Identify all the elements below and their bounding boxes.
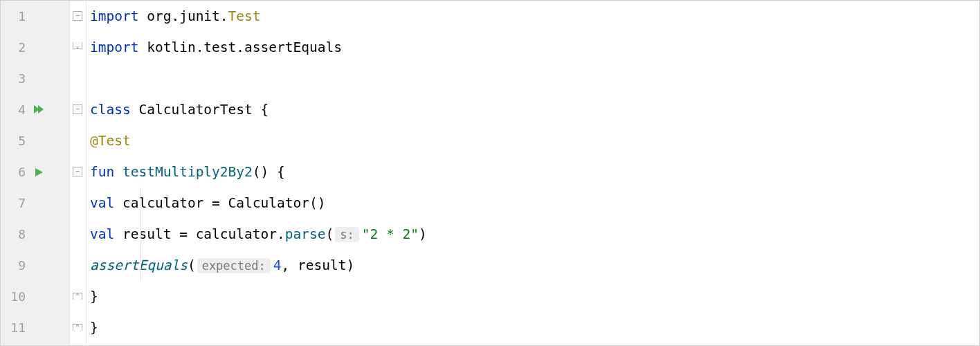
function-name: testMultiply2By2 <box>122 164 253 180</box>
code-line[interactable]: @Test <box>87 125 979 156</box>
gutter: 1 2 3 4 5 6 7 8 9 10 11 <box>1 1 70 345</box>
code-line[interactable]: } <box>87 281 979 312</box>
class-ref: Test <box>228 8 261 24</box>
fold-marker-expand-icon[interactable]: ⌃ <box>73 293 82 300</box>
string-literal: "2 * 2" <box>362 226 419 242</box>
parameter-hint: s: <box>335 227 359 242</box>
fold-marker-expand-icon[interactable]: ⌃ <box>73 324 82 331</box>
fold-marker-collapse-icon[interactable]: − <box>73 104 82 114</box>
code-line[interactable]: } <box>87 312 979 343</box>
code-line[interactable]: class CalculatorTest { <box>87 94 979 125</box>
run-test-icon[interactable] <box>33 167 46 178</box>
code-line[interactable]: val calculator = Calculator() <box>87 188 979 219</box>
brace: } <box>90 289 98 304</box>
fold-marker-collapse-icon[interactable]: − <box>73 11 82 21</box>
gutter-row: 11 <box>1 312 69 343</box>
code-editor[interactable]: − ⌄ − − ⌃ ⌃ import org.junit.Test import… <box>70 1 979 345</box>
line-number: 1 <box>1 9 33 24</box>
gutter-row: 4 <box>1 94 69 125</box>
gutter-row: 3 <box>1 63 69 94</box>
code-line[interactable] <box>87 63 979 94</box>
keyword: fun <box>90 164 122 180</box>
line-number: 7 <box>1 196 33 210</box>
line-number: 2 <box>1 40 33 55</box>
line-number: 5 <box>1 134 33 148</box>
params-brace: () { <box>253 164 285 180</box>
paren: ( <box>188 257 196 273</box>
package-ref: kotlin.test. <box>147 39 244 55</box>
code-line[interactable]: import kotlin.test.assertEquals <box>87 32 979 63</box>
method-call: parse <box>285 226 326 242</box>
paren: ) <box>419 226 427 242</box>
keyword: import <box>90 8 147 24</box>
keyword: import <box>90 39 147 55</box>
line-number: 8 <box>1 227 33 242</box>
parameter-hint: expected: <box>197 258 271 273</box>
gutter-row: 10 <box>1 281 69 312</box>
args: , result) <box>282 257 355 273</box>
gutter-row: 5 <box>1 125 69 156</box>
code-line[interactable]: val result = calculator.parse(s:"2 * 2") <box>87 219 979 250</box>
fold-column: − ⌄ − − ⌃ ⌃ <box>70 1 87 345</box>
brace: } <box>90 320 98 336</box>
line-number: 4 <box>1 102 33 117</box>
paren: ( <box>325 226 334 242</box>
annotation: @Test <box>90 133 131 149</box>
brace: { <box>261 102 269 118</box>
statement: result = calculator. <box>122 226 285 242</box>
gutter-row: 6 <box>1 156 69 188</box>
line-number: 3 <box>1 71 33 86</box>
keyword: val <box>90 195 122 211</box>
line-number: 9 <box>1 258 33 273</box>
line-number: 11 <box>1 320 33 335</box>
gutter-row: 1 <box>1 1 69 32</box>
gutter-row: 7 <box>1 188 69 219</box>
keyword: class <box>90 102 138 118</box>
gutter-row: 8 <box>1 219 69 250</box>
gutter-row: 2 <box>1 32 69 63</box>
class-name: CalculatorTest <box>138 102 260 118</box>
package-ref: org.junit. <box>147 8 228 24</box>
fold-marker-collapse-icon[interactable]: ⌄ <box>73 42 82 49</box>
number-literal: 4 <box>273 257 282 273</box>
gutter-row: 9 <box>1 250 69 281</box>
code-line[interactable]: import org.junit.Test <box>87 1 979 32</box>
code-line[interactable]: fun testMultiply2By2() { <box>87 156 979 188</box>
keyword: val <box>90 226 122 242</box>
code-line[interactable]: assertEquals(expected:4, result) <box>87 250 979 281</box>
line-number: 10 <box>1 289 33 304</box>
statement: calculator = Calculator() <box>122 195 326 211</box>
function-call: assertEquals <box>90 257 188 273</box>
run-all-tests-icon[interactable] <box>33 104 46 116</box>
fold-marker-collapse-icon[interactable]: − <box>73 167 82 176</box>
line-number: 6 <box>1 165 33 179</box>
function-ref: assertEquals <box>244 39 342 55</box>
